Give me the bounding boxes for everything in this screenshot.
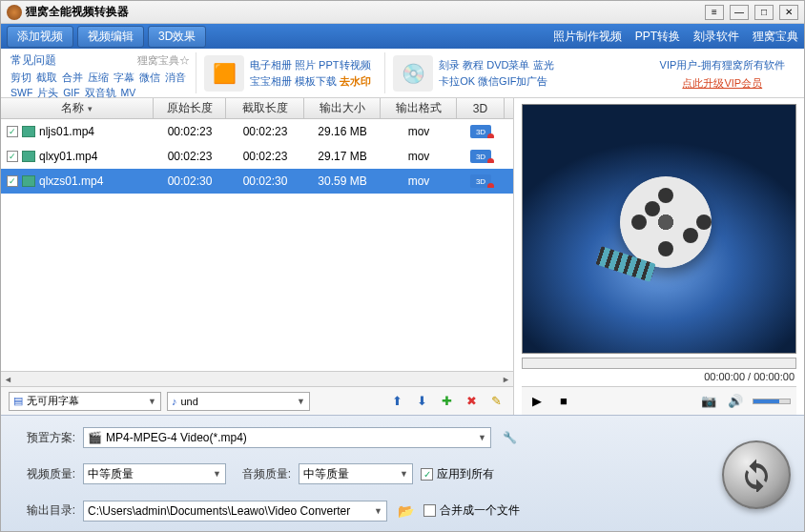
3d-button[interactable]: 3D <box>470 125 491 138</box>
titlebar: 狸窝全能视频转换器 ≡ — □ ✕ <box>1 1 804 24</box>
output-size: 29.16 MB <box>304 125 381 138</box>
vip-upgrade-link[interactable]: 点此升级VIP会员 <box>660 76 785 91</box>
info-strip: 常见问题 狸窝宝典☆ 剪切 截取 合并 压缩 字幕 微信 消音 SWF 片头 G… <box>1 49 804 98</box>
header-cut-length[interactable]: 截取长度 <box>226 98 304 118</box>
chevron-down-icon: ▼ <box>400 469 408 479</box>
audio-track-dropdown[interactable]: ♪ und ▼ <box>167 392 310 411</box>
link-burn[interactable]: 刻录软件 <box>693 29 739 45</box>
output-format: mov <box>381 125 457 138</box>
maximize-button[interactable]: □ <box>754 5 774 20</box>
audio-track-value: und <box>181 396 198 407</box>
volume-slider[interactable] <box>753 399 791 404</box>
main-toolbar: 添加视频 视频编辑 3D效果 照片制作视频 PPT转换 刻录软件 狸窝宝典 <box>1 24 804 49</box>
chevron-down-icon: ▼ <box>297 397 305 406</box>
link-photo-video[interactable]: 照片制作视频 <box>553 29 622 45</box>
video-file-icon <box>22 126 35 137</box>
ppt-icon: 🟧 <box>204 55 244 92</box>
video-file-icon <box>22 175 35 187</box>
faq-star[interactable]: 狸窝宝典☆ <box>137 53 190 68</box>
chevron-down-icon: ▼ <box>478 433 486 442</box>
remove-watermark-link[interactable]: 去水印 <box>340 75 371 87</box>
video-edit-button[interactable]: 视频编辑 <box>77 26 144 48</box>
add-button[interactable]: ✚ <box>437 392 456 411</box>
disc-icon: 💿 <box>393 55 433 92</box>
faq-link[interactable]: SWF <box>10 87 32 98</box>
apply-all-checkbox[interactable]: ✓ 应用到所有 <box>421 466 494 482</box>
row-checkbox[interactable]: ✓ <box>7 126 18 137</box>
3d-button[interactable]: 3D <box>470 174 491 188</box>
play-button[interactable]: ▶ <box>527 392 547 411</box>
subtitle-value: 无可用字幕 <box>27 394 79 408</box>
settings-panel: 预置方案: 🎬 MP4-MPEG-4 Video(*.mp4) ▼ 🔧 视频质量… <box>1 415 804 532</box>
remove-button[interactable]: ✖ <box>462 392 481 411</box>
faq-links: 剪切 截取 合并 压缩 字幕 微信 消音 SWF 片头 GIF 双音轨 MV <box>10 71 190 101</box>
table-row[interactable]: ✓nljs01.mp400:02:2300:02:2329.16 MBmov3D <box>1 119 513 144</box>
header-orig-length[interactable]: 原始长度 <box>154 98 226 118</box>
output-dir-field[interactable]: C:\Users\admin\Documents\Leawo\Video Con… <box>83 501 387 522</box>
row-checkbox[interactable]: ✓ <box>7 151 18 162</box>
video-file-icon <box>22 151 35 162</box>
snapshot-button[interactable]: 📷 <box>699 392 718 411</box>
faq-link[interactable]: 压缩 <box>88 72 109 83</box>
chevron-down-icon: ▼ <box>148 397 156 406</box>
faq-link[interactable]: 截取 <box>36 72 57 83</box>
preset-settings-button[interactable]: 🔧 <box>499 427 520 448</box>
audio-quality-dropdown[interactable]: 中等质量▼ <box>299 463 413 484</box>
merge-checkbox[interactable]: 合并成一个文件 <box>423 502 520 519</box>
faq-link[interactable]: 消音 <box>165 72 186 83</box>
convert-button[interactable] <box>722 440 791 509</box>
faq-link[interactable]: 剪切 <box>10 72 31 83</box>
window-title: 狸窝全能视频转换器 <box>26 4 705 20</box>
header-3d[interactable]: 3D <box>457 98 505 118</box>
orig-length: 00:02:30 <box>154 174 226 188</box>
move-up-button[interactable]: ⬆ <box>387 392 406 411</box>
chevron-down-icon: ▼ <box>374 506 382 516</box>
seek-bar[interactable] <box>522 358 796 369</box>
faq-link[interactable]: 合并 <box>62 72 83 83</box>
horizontal-scrollbar[interactable] <box>1 371 513 386</box>
browse-folder-button[interactable]: 📂 <box>395 501 416 522</box>
preset-dropdown[interactable]: 🎬 MP4-MPEG-4 Video(*.mp4) ▼ <box>83 427 491 448</box>
faq-link[interactable]: GIF <box>63 87 80 98</box>
output-format: mov <box>381 150 457 163</box>
file-name: qlxzs01.mp4 <box>39 174 103 188</box>
minimize-button[interactable]: — <box>730 5 749 20</box>
audio-quality-label: 音频质量: <box>234 466 291 482</box>
faq-link[interactable]: 片头 <box>37 87 58 98</box>
volume-button[interactable]: 🔊 <box>726 392 745 411</box>
video-quality-dropdown[interactable]: 中等质量▼ <box>83 463 226 484</box>
app-icon <box>7 5 22 20</box>
orig-length: 00:02:23 <box>154 125 226 138</box>
close-button[interactable]: ✕ <box>779 5 798 20</box>
preset-label: 预置方案: <box>14 430 75 446</box>
3d-effect-button[interactable]: 3D效果 <box>148 26 206 48</box>
link-baodian[interactable]: 狸窝宝典 <box>753 29 798 45</box>
faq-link[interactable]: MV <box>121 87 136 98</box>
video-quality-label: 视频质量: <box>14 466 75 482</box>
ad1-line1[interactable]: 电子相册 照片 PPT转视频 <box>250 57 371 73</box>
film-reel-icon <box>607 176 712 281</box>
output-format: mov <box>381 174 457 188</box>
row-checkbox[interactable]: ✓ <box>7 175 18 187</box>
header-name[interactable]: 名称▾ <box>1 98 154 118</box>
stop-button[interactable]: ■ <box>554 392 573 411</box>
output-dir-label: 输出目录: <box>14 502 75 519</box>
table-row[interactable]: ✓qlxzs01.mp400:02:3000:02:3030.59 MBmov3… <box>1 169 513 194</box>
menu-button[interactable]: ≡ <box>705 5 724 20</box>
link-ppt-convert[interactable]: PPT转换 <box>635 29 680 45</box>
faq-link[interactable]: 字幕 <box>114 72 134 83</box>
edit-button[interactable]: ✎ <box>486 392 506 411</box>
subtitle-dropdown[interactable]: ▤ 无可用字幕 ▼ <box>9 392 161 411</box>
table-row[interactable]: ✓qlxy01.mp400:02:2300:02:2329.17 MBmov3D <box>1 144 513 169</box>
move-down-button[interactable]: ⬇ <box>412 392 431 411</box>
header-output-format[interactable]: 输出格式 <box>381 98 457 118</box>
faq-link[interactable]: 微信 <box>139 72 160 83</box>
header-output-size[interactable]: 输出大小 <box>304 98 381 118</box>
faq-link[interactable]: 双音轨 <box>85 87 116 98</box>
add-video-button[interactable]: 添加视频 <box>7 26 73 48</box>
ad2-line1[interactable]: 刻录 教程 DVD菜单 蓝光 <box>439 57 553 73</box>
3d-button[interactable]: 3D <box>470 150 491 163</box>
ad2-line2[interactable]: 卡拉OK 微信GIF加广告 <box>439 73 553 90</box>
chevron-down-icon: ▼ <box>213 469 221 479</box>
preset-value: MP4-MPEG-4 Video(*.mp4) <box>106 431 247 444</box>
